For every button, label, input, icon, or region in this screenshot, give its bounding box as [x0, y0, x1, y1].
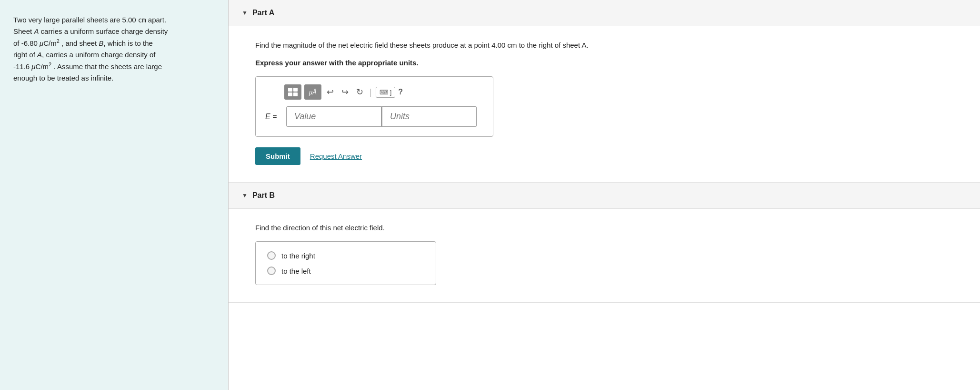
answer-input-box: μÅ ↩ ↪ ↻ | ⌨ ] ? E =: [255, 76, 493, 137]
part-a-question: Find the magnitude of the net electric f…: [255, 40, 953, 51]
problem-statement-panel: Two very large parallel sheets are 5.00 …: [0, 0, 229, 390]
part-a-express-instruction: Express your answer with the appropriate…: [255, 59, 953, 67]
equation-input-row: E =: [265, 106, 483, 127]
part-a-section: ▼ Part A Find the magnitude of the net e…: [229, 0, 980, 183]
keyboard-bracket: ]: [390, 89, 392, 96]
units-input[interactable]: [381, 106, 477, 127]
radio-option-left[interactable]: to the left: [267, 267, 424, 275]
keyboard-button[interactable]: ⌨ ]: [376, 87, 396, 98]
radio-option-right[interactable]: to the right: [267, 251, 424, 260]
part-b-title: Part B: [252, 191, 275, 200]
right-panel: ▼ Part A Find the magnitude of the net e…: [229, 0, 980, 390]
refresh-button[interactable]: ↻: [354, 86, 366, 98]
direction-options-box: to the right to the left: [255, 241, 436, 285]
math-toolbar: μÅ ↩ ↪ ↻ | ⌨ ] ?: [265, 84, 483, 100]
grid-button[interactable]: [284, 84, 301, 100]
value-input[interactable]: [286, 106, 381, 127]
mu-button[interactable]: μÅ: [304, 84, 321, 100]
equation-label: E =: [265, 113, 280, 121]
redo-button[interactable]: ↪: [339, 86, 351, 98]
request-answer-button[interactable]: Request Answer: [310, 152, 362, 160]
radio-left-circle[interactable]: [267, 267, 276, 275]
part-b-content: Find the direction of this net electric …: [229, 209, 980, 302]
part-b-chevron-icon: ▼: [242, 192, 248, 199]
submit-row: Submit Request Answer: [255, 147, 953, 165]
part-a-header[interactable]: ▼ Part A: [229, 0, 980, 26]
part-a-chevron-icon: ▼: [242, 10, 248, 16]
toolbar-separator: |: [370, 87, 372, 97]
part-a-content: Find the magnitude of the net electric f…: [229, 26, 980, 182]
part-b-section: ▼ Part B Find the direction of this net …: [229, 183, 980, 303]
radio-left-label: to the left: [281, 267, 311, 275]
help-button[interactable]: ?: [398, 88, 403, 96]
question-mark-icon: ?: [398, 88, 403, 96]
mu-icon: μÅ: [309, 89, 317, 96]
grid-icon: [288, 88, 298, 96]
radio-right-circle[interactable]: [267, 251, 276, 260]
keyboard-icon: ⌨: [380, 89, 389, 96]
part-a-title: Part A: [252, 9, 275, 17]
undo-button[interactable]: ↩: [324, 86, 336, 98]
part-b-question: Find the direction of this net electric …: [255, 222, 953, 234]
problem-text: Two very large parallel sheets are 5.00 …: [13, 14, 215, 84]
submit-button[interactable]: Submit: [255, 147, 300, 165]
radio-right-label: to the right: [281, 252, 315, 260]
part-b-header[interactable]: ▼ Part B: [229, 183, 980, 209]
